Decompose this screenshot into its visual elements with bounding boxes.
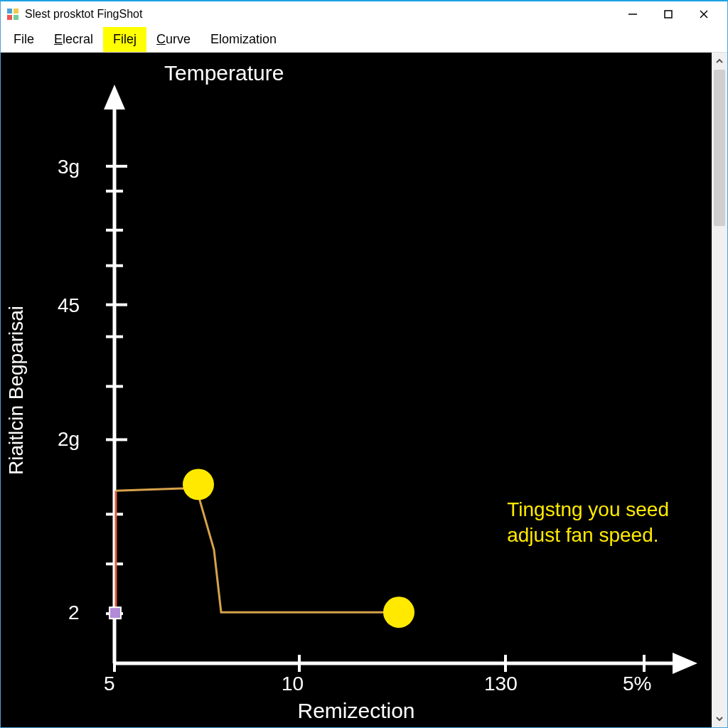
minimize-button[interactable] [615, 1, 651, 27]
y-tick-label: 2 [68, 601, 80, 624]
minimize-icon [628, 9, 638, 19]
scroll-thumb[interactable] [714, 70, 725, 226]
svg-rect-2 [7, 15, 12, 20]
chevron-up-icon [715, 57, 724, 65]
x-axis-arrow-icon [673, 653, 697, 674]
close-icon [699, 9, 709, 19]
x-tick-label: 130 [484, 673, 518, 695]
menu-label: Curve [156, 32, 191, 47]
menu-curve[interactable]: Curve [146, 27, 200, 52]
app-window: Slest prosktot FingShot File Elecral Fil… [0, 0, 728, 728]
menu-label: Filej [113, 32, 136, 47]
y-tick-label: 45 [58, 294, 80, 317]
scroll-track[interactable] [712, 70, 727, 710]
svg-rect-0 [7, 9, 12, 14]
chart-svg [1, 53, 712, 727]
scroll-up-button[interactable] [712, 53, 727, 70]
curve-node[interactable] [383, 596, 414, 628]
chart-x-label: Remizection [297, 699, 414, 723]
y-axis-arrow-icon [104, 85, 125, 109]
curve-anchor[interactable] [109, 607, 121, 619]
hint-line: Tingstng you seed adjust fan speed. [507, 498, 669, 546]
close-button[interactable] [686, 1, 722, 27]
x-tick-label: 5% [623, 673, 651, 695]
menu-file[interactable]: File [4, 27, 44, 52]
curve-path[interactable] [116, 488, 399, 612]
window-title: Slest prosktot FingShot [25, 8, 142, 21]
maximize-button[interactable] [651, 1, 686, 27]
menu-elecral[interactable]: Elecral [44, 27, 103, 52]
x-tick-label: 5 [104, 673, 115, 695]
chart-top-title: Temperature [164, 61, 284, 85]
y-tick-label: 3g [58, 156, 80, 178]
menu-label: Elecral [54, 32, 93, 47]
chart-y-label: Riaitlcin Begparisai [5, 305, 28, 474]
menu-filej[interactable]: Filej [103, 27, 146, 52]
svg-rect-5 [665, 11, 672, 18]
menu-label: File [14, 32, 34, 47]
chart-hint-text: Tingstng you seed adjust fan speed. [507, 497, 669, 549]
svg-rect-1 [14, 9, 18, 14]
curve-node[interactable] [183, 469, 214, 500]
titlebar: Slest prosktot FingShot [1, 1, 727, 27]
chart-canvas[interactable]: Temperature Riaitlcin Begparisai Remizec… [1, 53, 712, 727]
menu-underline-letter: E [54, 32, 63, 46]
chevron-down-icon [715, 714, 724, 723]
content-row: Temperature Riaitlcin Begparisai Remizec… [1, 53, 727, 727]
svg-rect-3 [14, 15, 18, 20]
vertical-scrollbar[interactable] [712, 53, 727, 727]
scroll-down-button[interactable] [712, 710, 727, 727]
app-icon [6, 8, 19, 21]
menubar: File Elecral Filej Curve Elomization [1, 27, 727, 53]
menu-elomization[interactable]: Elomization [200, 27, 287, 52]
menu-underline-letter: C [156, 32, 166, 46]
y-tick-label: 2g [58, 428, 80, 451]
x-tick-label: 10 [282, 673, 304, 695]
maximize-icon [663, 9, 673, 19]
menu-label: Elomization [210, 32, 277, 47]
